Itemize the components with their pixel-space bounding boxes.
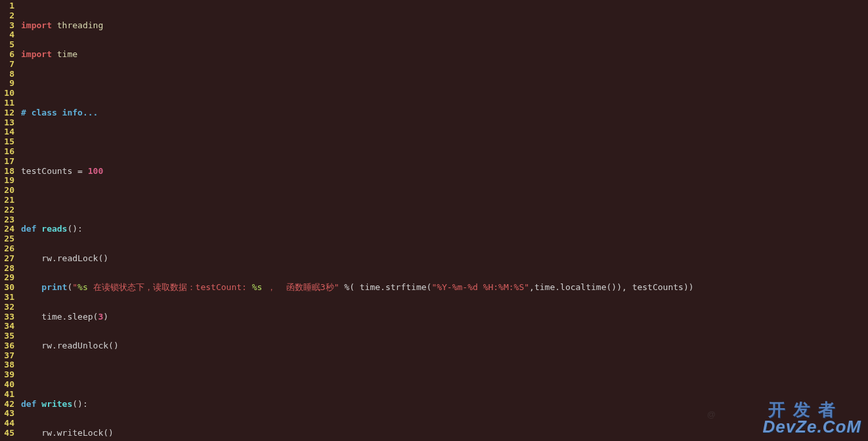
line-number: 1 xyxy=(1,1,14,11)
code-line[interactable]: testCounts = 100 xyxy=(21,167,868,177)
line-number: 9 xyxy=(1,79,14,89)
line-number: 17 xyxy=(1,157,14,167)
line-number: 11 xyxy=(1,98,14,108)
code-line[interactable]: rw.readLock() xyxy=(21,254,868,264)
line-number: 27 xyxy=(1,254,14,264)
code-line[interactable]: def writes(): xyxy=(21,400,868,410)
line-number: 20 xyxy=(1,186,14,196)
line-number: 15 xyxy=(1,137,14,147)
line-number: 41 xyxy=(1,390,14,400)
line-number: 5 xyxy=(1,40,14,50)
code-line[interactable]: print("%s 在读锁状态下，读取数据：testCount: %s ， 函数… xyxy=(21,283,868,293)
line-number xyxy=(1,438,14,441)
line-number: 42 xyxy=(1,400,14,410)
code-line[interactable]: import time xyxy=(21,50,868,60)
line-number: 12 xyxy=(1,108,14,118)
line-number: 31 xyxy=(1,293,14,303)
line-number: 21 xyxy=(1,196,14,205)
line-number: 39 xyxy=(1,370,14,380)
code-line[interactable]: time.sleep(3) xyxy=(21,312,868,322)
line-number: 22 xyxy=(1,205,14,215)
line-number: 19 xyxy=(1,176,14,186)
line-number: 37 xyxy=(1,351,14,361)
line-number: 14 xyxy=(1,127,14,137)
line-number: 38 xyxy=(1,360,14,370)
line-number: 34 xyxy=(1,322,14,331)
code-editor[interactable]: 1 2 3 4 5 6 7 8 9 10 11 12 13 14 15 16 1… xyxy=(0,0,868,441)
code-line[interactable] xyxy=(21,370,868,380)
line-number: 45 xyxy=(1,429,14,438)
line-number: 36 xyxy=(1,341,14,351)
line-number: 24 xyxy=(1,224,14,234)
line-number: 18 xyxy=(1,167,14,177)
line-number: 44 xyxy=(1,419,14,429)
line-number: 10 xyxy=(1,89,14,98)
code-line[interactable]: rw.writeLock() xyxy=(21,429,868,438)
code-line[interactable]: def reads(): xyxy=(21,224,868,234)
line-number: 25 xyxy=(1,234,14,244)
line-number: 16 xyxy=(1,147,14,157)
line-number: 23 xyxy=(1,215,14,225)
line-number: 3 xyxy=(1,21,14,31)
line-number: 7 xyxy=(1,60,14,70)
line-number: 2 xyxy=(1,11,14,21)
line-number: 4 xyxy=(1,30,14,40)
line-number-gutter: 1 2 3 4 5 6 7 8 9 10 11 12 13 14 15 16 1… xyxy=(0,0,17,441)
line-number: 33 xyxy=(1,312,14,322)
line-number: 35 xyxy=(1,331,14,341)
code-line[interactable] xyxy=(21,79,868,89)
code-line[interactable] xyxy=(21,196,868,205)
line-number: 40 xyxy=(1,380,14,390)
code-line[interactable]: rw.readUnlock() xyxy=(21,341,868,351)
line-number: 6 xyxy=(1,50,14,60)
code-line[interactable]: import threading xyxy=(21,21,868,31)
code-line[interactable]: # class info... xyxy=(21,108,868,118)
line-number: 26 xyxy=(1,244,14,254)
line-number: 13 xyxy=(1,118,14,128)
code-area[interactable]: import threading import time # class inf… xyxy=(17,0,868,441)
line-number: 32 xyxy=(1,303,14,312)
line-number: 43 xyxy=(1,409,14,419)
line-number: 8 xyxy=(1,70,14,79)
line-number: 28 xyxy=(1,264,14,274)
code-line[interactable] xyxy=(21,137,868,147)
line-number: 30 xyxy=(1,283,14,293)
line-number: 29 xyxy=(1,273,14,283)
